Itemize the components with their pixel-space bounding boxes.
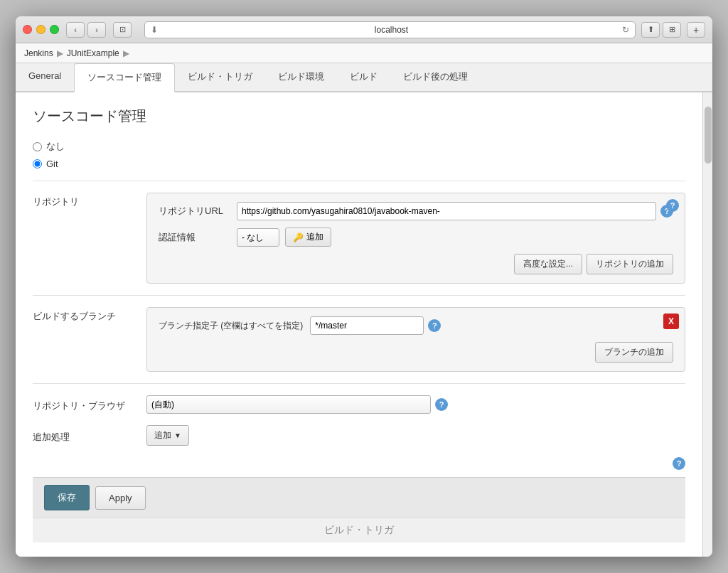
url-input[interactable] bbox=[237, 202, 656, 220]
add-credentials-button[interactable]: 🔑 追加 bbox=[285, 227, 331, 247]
bookmark-icon: ⬇ bbox=[151, 25, 158, 35]
breadcrumb-sep-2: ▶ bbox=[123, 48, 129, 58]
radio-git-label: Git bbox=[46, 159, 58, 169]
url-label: リポジトリURL bbox=[159, 205, 237, 218]
branch-section: ビルドするブランチ X ブランチ指定子 (空欄はすべてを指定) ? ブランチの追… bbox=[33, 295, 685, 372]
tab-build-env[interactable]: ビルド環境 bbox=[265, 63, 337, 92]
add-tab-button[interactable]: + bbox=[687, 22, 705, 38]
additional-row: 追加処理 追加 ▼ bbox=[33, 425, 685, 446]
breadcrumb-junitexample[interactable]: JUnitExample bbox=[67, 48, 119, 58]
radio-git[interactable] bbox=[33, 159, 42, 168]
advanced-settings-button[interactable]: 高度な設定... bbox=[514, 254, 582, 274]
url-text: localhost bbox=[161, 25, 622, 35]
main-area: ソースコード管理 なし Git リポジトリ ? bbox=[16, 92, 712, 557]
add-repository-button[interactable]: リポジトリの追加 bbox=[587, 254, 673, 274]
repo-browser-help-icon[interactable]: ? bbox=[435, 398, 448, 411]
radio-none[interactable] bbox=[33, 142, 42, 151]
repo-browser-row: リポジトリ・ブラウザ (自動) ? bbox=[33, 383, 685, 414]
browser-window: ‹ › ⊡ ⬇ localhost ↻ ⬆ ⊞ + Jenkins ▶ JUni… bbox=[16, 16, 712, 557]
action-bar: 保存 Apply bbox=[33, 477, 685, 518]
credentials-row: 認証情報 - なし 🔑 追加 bbox=[159, 227, 673, 247]
additional-add-label: 追加 bbox=[154, 429, 171, 441]
delete-branch-button[interactable]: X bbox=[663, 314, 679, 329]
reload-icon[interactable]: ↻ bbox=[622, 25, 629, 35]
breadcrumb-jenkins[interactable]: Jenkins bbox=[24, 48, 53, 58]
tab-build[interactable]: ビルド bbox=[337, 63, 390, 92]
window-controls-right: ⬆ ⊞ + bbox=[641, 22, 705, 38]
caret-down-icon: ▼ bbox=[174, 432, 181, 439]
scrollbar-thumb[interactable] bbox=[705, 107, 712, 164]
close-button[interactable] bbox=[23, 25, 32, 34]
forward-button[interactable]: › bbox=[87, 22, 106, 38]
tab-bar: General ソースコード管理 ビルド・トリガ ビルド環境 ビルド ビルド後の… bbox=[16, 63, 712, 92]
credentials-label: 認証情報 bbox=[159, 231, 237, 244]
add-branch-button[interactable]: ブランチの追加 bbox=[595, 342, 673, 363]
credentials-select-wrapper: - なし bbox=[237, 228, 279, 247]
traffic-lights bbox=[23, 25, 59, 34]
breadcrumb: Jenkins ▶ JUnitExample ▶ bbox=[16, 43, 712, 63]
radio-option-none[interactable]: なし bbox=[33, 140, 685, 153]
branch-specifier-row: ブランチ指定子 (空欄はすべてを指定) ? bbox=[159, 316, 673, 335]
url-row: リポジトリURL ? bbox=[159, 202, 673, 220]
apply-button[interactable]: Apply bbox=[95, 486, 146, 510]
maximize-button[interactable] bbox=[50, 25, 59, 34]
additional-add-button[interactable]: 追加 ▼ bbox=[146, 425, 189, 446]
key-icon: 🔑 bbox=[293, 232, 304, 242]
add-credentials-label: 追加 bbox=[306, 231, 323, 243]
tab-source-code[interactable]: ソースコード管理 bbox=[74, 63, 175, 92]
url-bar[interactable]: ⬇ localhost ↻ bbox=[144, 21, 636, 38]
repo-browser-label: リポジトリ・ブラウザ bbox=[33, 397, 146, 412]
ghost-tab-text: ビルド・トリガ bbox=[33, 518, 685, 542]
radio-option-git[interactable]: Git bbox=[33, 159, 685, 169]
tab-general[interactable]: General bbox=[16, 63, 74, 92]
tab-build-trigger[interactable]: ビルド・トリガ bbox=[175, 63, 265, 92]
additional-label: 追加処理 bbox=[33, 428, 146, 444]
share-button[interactable]: ⬆ bbox=[641, 22, 660, 38]
branch-label: ビルドするブランチ bbox=[33, 307, 146, 372]
new-tab-sidebar-button[interactable]: ⊞ bbox=[663, 22, 681, 38]
branch-buttons-row: ブランチの追加 bbox=[159, 342, 673, 363]
branch-help-icon[interactable]: ? bbox=[428, 319, 441, 332]
tab-overview-button[interactable]: ⊡ bbox=[113, 22, 132, 38]
tab-post-build[interactable]: ビルド後の処理 bbox=[390, 63, 481, 92]
save-button[interactable]: 保存 bbox=[44, 485, 90, 510]
branch-specifier-input[interactable] bbox=[310, 316, 424, 335]
bottom-help-icon[interactable]: ? bbox=[673, 457, 685, 470]
main-content: ソースコード管理 なし Git リポジトリ ? bbox=[16, 92, 702, 557]
breadcrumb-sep-1: ▶ bbox=[57, 48, 63, 58]
repo-browser-select[interactable]: (自動) bbox=[146, 395, 431, 414]
credentials-select[interactable]: - なし bbox=[237, 228, 279, 247]
repository-section: リポジトリ ? リポジトリURL ? 認証情報 bbox=[33, 181, 685, 284]
radio-group-scm: なし Git bbox=[33, 140, 685, 169]
minimize-button[interactable] bbox=[36, 25, 46, 34]
nav-buttons: ‹ › bbox=[66, 22, 106, 38]
page-title: ソースコード管理 bbox=[33, 107, 685, 126]
repo-buttons-row: 高度な設定... リポジトリの追加 bbox=[159, 254, 673, 274]
repository-help-icon[interactable]: ? bbox=[666, 199, 679, 212]
back-button[interactable]: ‹ bbox=[66, 22, 85, 38]
branch-content: X ブランチ指定子 (空欄はすべてを指定) ? ブランチの追加 bbox=[146, 307, 685, 372]
radio-none-label: なし bbox=[46, 140, 65, 153]
repository-label: リポジトリ bbox=[33, 193, 146, 284]
branch-specifier-label: ブランチ指定子 (空欄はすべてを指定) bbox=[159, 320, 303, 332]
scrollbar-track[interactable] bbox=[702, 92, 712, 557]
titlebar: ‹ › ⊡ ⬇ localhost ↻ ⬆ ⊞ + bbox=[16, 16, 712, 43]
repository-content: ? リポジトリURL ? 認証情報 - なし bbox=[146, 193, 685, 284]
